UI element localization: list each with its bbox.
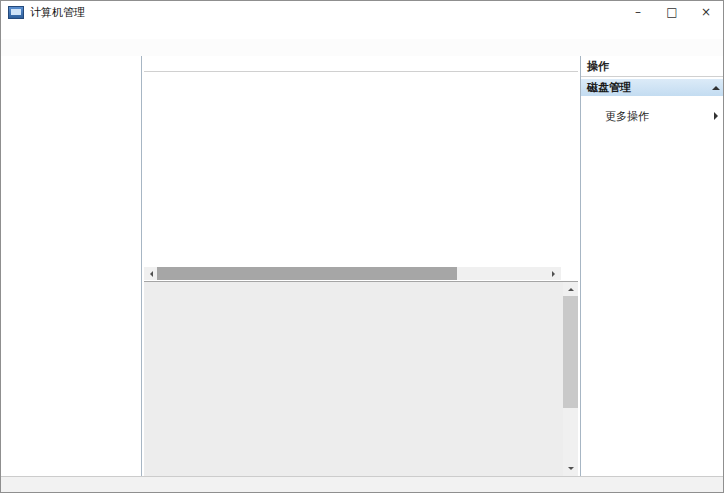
actions-pane: 操作 磁盘管理 更多操作 [580,56,724,476]
scroll-up-icon[interactable] [563,282,578,295]
actions-section-disk-management[interactable]: 磁盘管理 [581,79,724,96]
computer-management-window: 计算机管理 – □ × [0,0,724,493]
window-title: 计算机管理 [30,5,85,20]
actions-section-label: 磁盘管理 [587,80,631,95]
app-icon [8,6,24,19]
more-actions-item[interactable]: 更多操作 [581,108,724,124]
disk-management-view [144,56,578,476]
partition-legend [1,476,723,492]
vscroll-thumb[interactable] [563,296,578,408]
main-area: 操作 磁盘管理 更多操作 [1,56,723,476]
collapse-icon[interactable] [712,82,720,90]
graphical-vscrollbar[interactable] [563,282,578,476]
title-bar: 计算机管理 – □ × [1,1,723,23]
volume-list-header [144,56,578,72]
scroll-left-icon[interactable] [144,267,157,280]
submenu-arrow-icon [714,112,722,120]
hscroll-thumb[interactable] [157,267,457,280]
maximize-button[interactable]: □ [655,1,689,23]
volume-list-hscrollbar[interactable] [144,267,561,280]
scroll-right-icon[interactable] [548,267,561,280]
console-tree [1,56,142,476]
menu-bar [1,23,723,39]
graphical-view [144,281,578,476]
scroll-down-icon[interactable] [563,463,578,476]
toolbar [1,39,723,57]
close-button[interactable]: × [689,1,723,23]
actions-title: 操作 [581,56,724,77]
minimize-button[interactable]: – [621,1,655,23]
more-actions-label: 更多操作 [605,109,649,124]
